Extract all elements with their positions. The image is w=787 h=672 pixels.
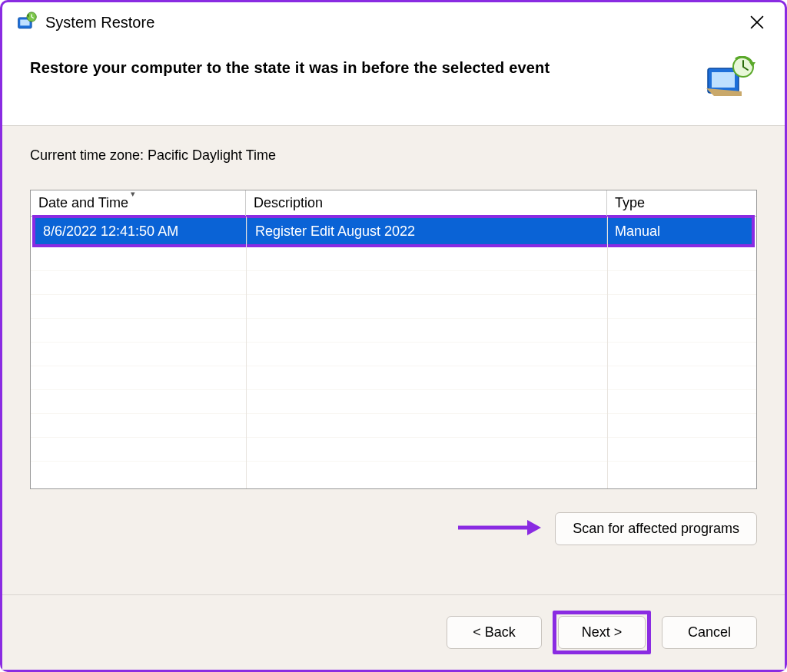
window-title: System Restore (45, 14, 742, 31)
close-button[interactable] (742, 7, 772, 38)
cell-date: 8/6/2022 12:41:50 AM (35, 218, 247, 244)
svg-rect-6 (712, 72, 735, 88)
table-row[interactable]: 8/6/2022 12:41:50 AM Register Edit Augus… (35, 218, 752, 244)
column-header-date[interactable]: Date and Time ▾ (31, 190, 246, 216)
table-empty-area (31, 247, 756, 481)
cell-type: Manual (607, 218, 752, 244)
close-icon (750, 15, 764, 29)
sort-indicator-icon: ▾ (131, 189, 135, 199)
timezone-label: Current time zone: Pacific Daylight Time (30, 147, 757, 164)
cancel-button[interactable]: Cancel (662, 616, 757, 649)
column-header-type[interactable]: Type (607, 190, 756, 216)
system-restore-large-icon (705, 56, 757, 99)
annotation-highlight-next: Next > (553, 611, 651, 654)
table-header: Date and Time ▾ Description Type (31, 190, 756, 217)
svg-marker-9 (527, 520, 541, 535)
scan-row: Scan for affected programs (30, 512, 757, 545)
footer-buttons: < Back Next > Cancel (2, 594, 785, 670)
annotation-highlight-row: 8/6/2022 12:41:50 AM Register Edit Augus… (32, 215, 755, 247)
scan-affected-programs-button[interactable]: Scan for affected programs (555, 512, 757, 545)
back-button[interactable]: < Back (447, 616, 542, 649)
restore-points-table: Date and Time ▾ Description Type 8/6/202… (30, 190, 757, 489)
system-restore-icon (16, 12, 38, 33)
system-restore-window: System Restore Restore your computer to … (0, 0, 787, 672)
titlebar: System Restore (2, 2, 785, 42)
page-heading: Restore your computer to the state it wa… (30, 56, 550, 77)
header-area: Restore your computer to the state it wa… (2, 42, 785, 125)
content-area: Current time zone: Pacific Daylight Time… (2, 126, 785, 594)
annotation-arrow-icon (457, 518, 541, 540)
column-header-description[interactable]: Description (246, 190, 607, 216)
cell-description: Register Edit August 2022 (247, 218, 607, 244)
next-button[interactable]: Next > (558, 616, 646, 649)
